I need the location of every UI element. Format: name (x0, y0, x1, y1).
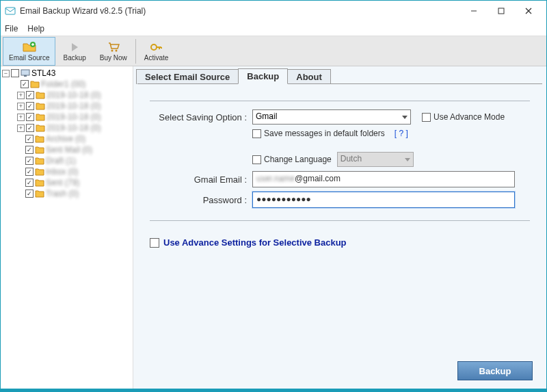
folder-icon (35, 146, 44, 154)
tree-item-label: 2019-10-18 (0) (46, 101, 101, 111)
advance-settings-row: Use Advance Settings for Selective Backu… (150, 237, 530, 248)
tree-item-label: 2019-10-18 (0) (46, 90, 101, 100)
expand-icon[interactable]: + (17, 92, 25, 99)
tool-label: Backup (63, 54, 85, 62)
tree-item-label: Folder1 (00) (41, 79, 85, 89)
window-controls (460, 1, 542, 21)
gmail-email-domain: @gmail.com (295, 174, 341, 183)
tree-root-label: STL43 (31, 68, 55, 78)
svg-rect-0 (5, 8, 15, 14)
expand-icon[interactable]: + (17, 125, 25, 132)
tree-item[interactable]: + 2019-10-18 (0) (1, 90, 133, 101)
tree-item[interactable]: + 2019-10-18 (0) (1, 122, 133, 133)
tree-item[interactable]: Archive (0) (1, 133, 133, 144)
svg-rect-10 (24, 75, 27, 77)
menu-file[interactable]: File (5, 24, 18, 34)
saving-option-select[interactable]: Gmail (252, 109, 411, 125)
folder-icon (35, 179, 44, 187)
tab-select-source[interactable]: Select Email Source (136, 69, 239, 84)
folder-tree[interactable]: − STL43 Folder1 (00) + 2019-10-18 (0) + … (1, 66, 133, 389)
change-language-label: Change Language (264, 155, 332, 164)
password-label: Password : (150, 195, 252, 205)
backup-form: Select Saving Option : Gmail Use Advance… (137, 83, 542, 384)
row-save-default: Save messages in default folders [ ? ] (150, 129, 530, 138)
svg-point-8 (151, 44, 157, 50)
folder-icon (36, 91, 45, 99)
language-select[interactable]: Dutch (337, 152, 414, 167)
tab-about[interactable]: About (287, 69, 331, 84)
advance-settings-checkbox[interactable] (150, 238, 159, 248)
tree-item[interactable]: Sent (79) (1, 177, 133, 188)
folder-plus-icon (23, 41, 36, 53)
folder-icon (35, 190, 44, 198)
tree-item[interactable]: Folder1 (00) (1, 79, 133, 90)
save-default-row: Save messages in default folders [ ? ] (252, 129, 408, 138)
tree-item-label: Sent (79) (46, 178, 79, 187)
tool-activate[interactable]: Activate (138, 37, 175, 66)
tree-item[interactable]: + 2019-10-18 (0) (1, 101, 133, 112)
spacer (12, 81, 19, 88)
tool-backup[interactable]: Backup (57, 37, 92, 66)
language-value: Dutch (341, 154, 362, 164)
window-title: Email Backup Wizard v8.2.5 (Trial) (20, 6, 460, 16)
advance-mode-label: Use Advance Mode (433, 112, 505, 122)
tree-item-label: Inbox (0) (46, 167, 78, 177)
tool-buy-now[interactable]: Buy Now (94, 37, 133, 66)
expand-icon[interactable]: + (17, 114, 25, 121)
checkbox[interactable] (11, 69, 19, 77)
checkbox[interactable] (25, 135, 34, 143)
advance-mode-checkbox[interactable] (422, 113, 431, 122)
tree-item[interactable]: + 2019-10-18 (0) (1, 112, 133, 122)
tool-label: Activate (144, 54, 169, 62)
row-change-language: Change Language Dutch (150, 152, 530, 167)
tree-item-label: Archive (0) (46, 134, 85, 144)
password-input[interactable]: ●●●●●●●●●●● (252, 192, 515, 208)
tree-item[interactable]: Sent Mail (0) (1, 144, 133, 155)
folder-icon (35, 157, 44, 165)
checkbox[interactable] (25, 168, 34, 176)
checkbox[interactable] (25, 190, 34, 198)
minimize-button[interactable] (460, 1, 488, 21)
help-link[interactable]: [ ? ] (395, 129, 408, 138)
backup-button[interactable]: Backup (457, 361, 533, 380)
checkbox[interactable] (26, 102, 34, 110)
toolbar: Email Source Backup Buy Now Activate (1, 36, 546, 66)
tool-email-source[interactable]: Email Source (3, 37, 55, 66)
gmail-email-input[interactable]: user.name@gmail.com (252, 171, 515, 187)
tree-item-label: Trash (0) (46, 189, 79, 198)
row-password: Password : ●●●●●●●●●●● (150, 192, 530, 208)
divider (150, 220, 530, 221)
collapse-icon[interactable]: − (2, 70, 10, 77)
close-button[interactable] (515, 1, 542, 21)
gmail-email-label: Gmail Email : (150, 174, 252, 185)
row-gmail-email: Gmail Email : user.name@gmail.com (150, 171, 530, 187)
tree-item[interactable]: Trash (0) (1, 188, 133, 199)
checkbox[interactable] (26, 113, 34, 121)
tree-item[interactable]: Inbox (0) (1, 166, 133, 177)
checkbox[interactable] (25, 146, 34, 154)
saving-option-label: Select Saving Option : (150, 112, 252, 122)
main-area: − STL43 Folder1 (00) + 2019-10-18 (0) + … (1, 66, 546, 389)
key-icon (150, 41, 163, 53)
change-language-checkbox[interactable] (252, 155, 261, 164)
save-default-label: Save messages in default folders (264, 129, 385, 138)
status-strip (1, 389, 546, 391)
checkbox[interactable] (25, 157, 34, 165)
maximize-button[interactable] (488, 1, 515, 21)
cart-icon (107, 41, 120, 53)
menu-help[interactable]: Help (27, 24, 44, 34)
change-language-row: Change Language (252, 155, 332, 164)
checkbox[interactable] (26, 91, 34, 99)
save-default-checkbox[interactable] (252, 129, 261, 138)
tabs: Select Email Source Backup About (136, 68, 542, 84)
folder-icon (36, 124, 45, 132)
svg-point-6 (111, 49, 113, 51)
tab-backup[interactable]: Backup (238, 68, 288, 84)
tree-root[interactable]: − STL43 (1, 68, 133, 79)
checkbox[interactable] (26, 124, 34, 132)
advance-settings-label: Use Advance Settings for Selective Backu… (163, 237, 347, 248)
tree-item[interactable]: Draft (1) (1, 155, 133, 166)
checkbox[interactable] (25, 179, 34, 187)
checkbox[interactable] (21, 80, 29, 88)
expand-icon[interactable]: + (17, 103, 25, 110)
